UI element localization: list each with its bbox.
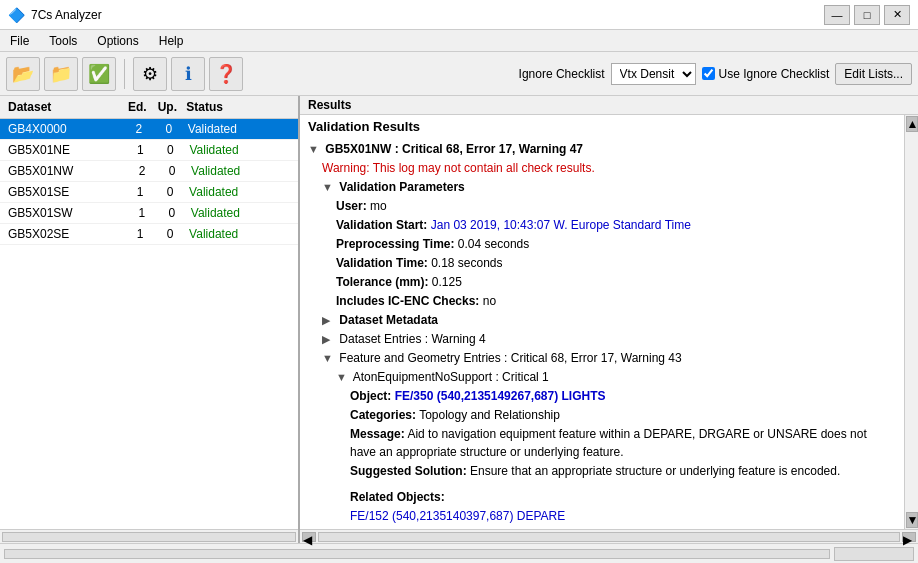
scroll-up-btn[interactable]: ▲ [906,116,918,132]
check-btn[interactable]: ✅ [82,57,116,91]
status-bar [0,543,918,563]
col-status: Status [182,98,294,116]
info-btn[interactable]: ℹ [171,57,205,91]
left-hscrollbar-area [0,529,298,543]
dataset-name: GB5X01SW [4,205,127,221]
right-hscrollbar[interactable] [318,532,900,542]
open-folder-btn[interactable]: 📂 [6,57,40,91]
folder-btn[interactable]: 📁 [44,57,78,91]
close-button[interactable]: ✕ [884,5,910,25]
dataset-name: GB5X01SE [4,184,125,200]
table-row[interactable]: GB5X01SW 1 0 Validated [0,203,298,224]
menu-help[interactable]: Help [149,32,194,50]
results-content[interactable]: Validation Results ▼ GB5X01NW : Critical… [300,115,904,529]
atonequipment-line: ▼ AtonEquipmentNoSupport : Critical 1 [308,368,896,386]
toolbar: 📂 📁 ✅ ⚙ ℹ ❓ Ignore Checklist Vtx Densit … [0,52,918,96]
menu-file[interactable]: File [0,32,39,50]
dataset-up: 0 [155,142,185,158]
minimize-button[interactable]: — [824,5,850,25]
maximize-button[interactable]: □ [854,5,880,25]
dataset-up: 0 [157,205,187,221]
dataset-entries-line: ▶ Dataset Entries : Warning 4 [308,330,896,348]
scroll-left-btn[interactable]: ◀ [302,532,316,542]
user-line: User: mo [308,197,896,215]
dataset-name: GB5X01NW [4,163,127,179]
dataset-metadata-line: ▶ Dataset Metadata [308,311,896,329]
dataset-table-header: Dataset Ed. Up. Status [0,96,298,119]
gear-btn[interactable]: ⚙ [133,57,167,91]
tolerance-line: Tolerance (mm): 0.125 [308,273,896,291]
collapse-gb5x01nw-icon[interactable]: ▼ [308,141,320,158]
table-row[interactable]: GB5X01SE 1 0 Validated [0,182,298,203]
scroll-right-btn[interactable]: ▶ [902,532,916,542]
gb5x01nw-summary-line: ▼ GB5X01NW : Critical 68, Error 17, Warn… [308,140,896,158]
preprocessing-line: Preprocessing Time: 0.04 seconds [308,235,896,253]
dataset-status: Validated [185,142,294,158]
left-hscrollbar[interactable] [2,532,296,542]
collapse-vparams-icon[interactable]: ▼ [322,179,334,196]
dataset-ed: 2 [127,163,157,179]
dataset-status: Validated [187,205,294,221]
col-ed: Ed. [122,98,152,116]
validation-title: Validation Results [308,119,896,134]
left-panel: Dataset Ed. Up. Status GB4X0000 2 0 Vali… [0,96,300,543]
collapse-featuregeom-icon[interactable]: ▼ [322,350,334,367]
title-bar: 🔷 7Cs Analyzer — □ ✕ [0,0,918,30]
dataset-list: GB4X0000 2 0 Validated GB5X01NE 1 0 Vali… [0,119,298,529]
table-row[interactable]: GB5X02SE 1 0 Validated [0,224,298,245]
dataset-ed: 1 [125,184,155,200]
object-line: Object: FE/350 (540,2135149267,687) LIGH… [308,387,896,405]
app-icon: 🔷 [8,7,25,23]
table-row[interactable]: GB5X01NW 2 0 Validated [0,161,298,182]
window-controls: — □ ✕ [824,5,910,25]
message-line: Message: Aid to navigation equipment fea… [308,425,896,461]
expand-metadata-icon[interactable]: ▶ [322,312,334,329]
right-hscrollbar-area: ◀ ▶ [300,529,918,543]
dataset-name: GB4X0000 [4,121,124,137]
ic-enc-line: Includes IC-ENC Checks: no [308,292,896,310]
status-content [4,549,830,559]
status-hscrollbar[interactable] [4,549,830,559]
menu-tools[interactable]: Tools [39,32,87,50]
main-layout: Dataset Ed. Up. Status GB4X0000 2 0 Vali… [0,96,918,543]
ignore-checklist-label: Ignore Checklist [519,67,605,81]
related-objects-label: Related Objects: [308,488,896,506]
dataset-name: GB5X01NE [4,142,125,158]
validation-time-line: Validation Time: 0.18 seconds [308,254,896,272]
warning-line: Warning: This log may not contain all ch… [308,159,896,177]
ignore-checklist-area: Ignore Checklist Vtx Densit Use Ignore C… [519,63,912,85]
dataset-ed: 1 [127,205,157,221]
help-btn[interactable]: ❓ [209,57,243,91]
dataset-up: 0 [154,121,184,137]
col-dataset: Dataset [4,98,122,116]
dataset-up: 0 [157,163,187,179]
use-ignore-area: Use Ignore Checklist [702,67,830,81]
right-panel: Results Validation Results ▼ GB5X01NW : … [300,96,918,543]
results-header: Results [300,96,918,115]
menu-bar: File Tools Options Help [0,30,918,52]
table-row[interactable]: GB5X01NE 1 0 Validated [0,140,298,161]
dataset-status: Validated [184,121,294,137]
right-vscrollbar-area: ▲ ▼ [904,115,918,529]
dataset-up: 0 [155,226,185,242]
ignore-checklist-select[interactable]: Vtx Densit [611,63,696,85]
use-ignore-checkbox[interactable] [702,67,715,80]
scroll-track[interactable] [905,133,918,511]
dataset-ed: 1 [125,226,155,242]
expand-entries-icon[interactable]: ▶ [322,331,334,348]
dataset-status: Validated [185,226,294,242]
menu-options[interactable]: Options [87,32,148,50]
dataset-ed: 1 [125,142,155,158]
dataset-status: Validated [187,163,294,179]
use-ignore-label[interactable]: Use Ignore Checklist [719,67,830,81]
col-up: Up. [152,98,182,116]
app-title: 7Cs Analyzer [31,8,824,22]
related-objects-value: FE/152 (540,2135140397,687) DEPARE [308,507,896,525]
results-body: Validation Results ▼ GB5X01NW : Critical… [300,115,918,529]
scroll-down-btn[interactable]: ▼ [906,512,918,528]
edit-lists-button[interactable]: Edit Lists... [835,63,912,85]
collapse-aton-icon[interactable]: ▼ [336,369,348,386]
dataset-name: GB5X02SE [4,226,125,242]
categories-line: Categories: Topology and Relationship [308,406,896,424]
table-row[interactable]: GB4X0000 2 0 Validated [0,119,298,140]
